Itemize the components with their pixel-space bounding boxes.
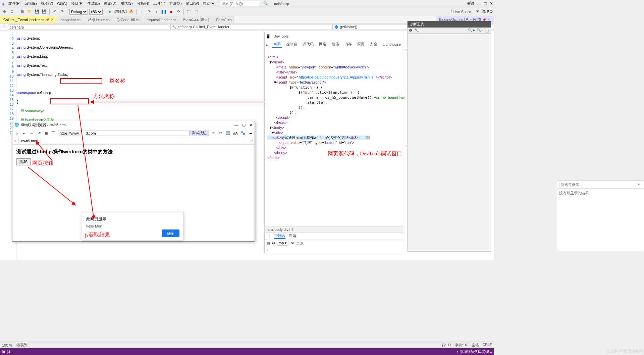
- step-out-icon[interactable]: ↑: [153, 9, 159, 15]
- menu-git[interactable]: Git(G): [55, 2, 69, 6]
- step-over-icon[interactable]: ↷: [146, 9, 152, 15]
- save-icon[interactable]: 💾: [34, 9, 40, 15]
- restart-icon[interactable]: ⟳: [175, 9, 181, 15]
- console-prompt[interactable]: ›: [265, 246, 405, 253]
- devtab-perf[interactable]: 性能: [330, 41, 340, 47]
- tab-qrcodeutil[interactable]: QrCodeUtil.cs: [113, 16, 143, 23]
- menu-edit[interactable]: 编辑(E): [22, 1, 39, 6]
- tab-form1[interactable]: Form1.cs: [213, 16, 235, 23]
- devtab-lighthouse[interactable]: Lighthouse: [381, 42, 402, 47]
- console-filter[interactable]: [296, 241, 403, 245]
- save-all-icon[interactable]: 💾: [41, 9, 47, 15]
- tb-misc-icon[interactable]: ⬚: [186, 9, 192, 15]
- dom-breadcrumb[interactable]: html body div h3: [265, 226, 405, 232]
- zoomin-icon[interactable]: 🔍+: [468, 28, 475, 33]
- menu-file[interactable]: 文件(F): [6, 1, 22, 6]
- star-icon[interactable]: ☆: [210, 131, 216, 135]
- zoomout-icon[interactable]: 🔍-: [477, 28, 483, 33]
- platform-select[interactable]: x86: [89, 9, 103, 15]
- browser-min-icon[interactable]: —: [234, 123, 238, 127]
- repo-filter-input[interactable]: [559, 182, 636, 187]
- tab-cshtml-eventhandler[interactable]: CsHtml_EventHandler.cs 📌✕: [0, 16, 57, 23]
- new-project-icon[interactable]: ▦: [19, 9, 25, 15]
- nav-fwd-icon[interactable]: ⊙: [9, 9, 15, 15]
- more-icon[interactable]: ⋯: [638, 183, 642, 187]
- fullscreen-icon[interactable]: ⤢: [250, 139, 253, 143]
- reload-icon[interactable]: ⟳: [36, 131, 42, 135]
- login-link[interactable]: 登录: [467, 1, 475, 6]
- tab-x5zjhelper[interactable]: x5zjHelper.cs: [84, 16, 113, 23]
- hot-reload-icon[interactable]: 🔥: [128, 9, 134, 15]
- tab-snapshot[interactable]: snapshot.cs: [57, 16, 84, 23]
- menu-analyze[interactable]: 分析(N): [135, 1, 151, 6]
- font-icon[interactable]: aA: [232, 131, 238, 135]
- dom-tree[interactable]: <html> ▼<head> <meta name="viewport" con…: [265, 48, 405, 226]
- devtab-security[interactable]: 安全: [369, 41, 379, 47]
- menu-test[interactable]: 测试(S): [118, 1, 135, 6]
- cloud-icon[interactable]: ☁: [247, 131, 253, 135]
- eye-icon[interactable]: 👁: [290, 241, 294, 245]
- pause-icon[interactable]: ❚❚: [161, 9, 167, 15]
- test-button[interactable]: 测试按钮: [190, 130, 209, 136]
- browser-close-icon[interactable]: ✕: [250, 123, 253, 127]
- liveshare-button[interactable]: ⤴ Live Share: [448, 10, 473, 14]
- window-maximize-icon[interactable]: ▢: [484, 1, 487, 6]
- pin-icon[interactable]: 📌: [46, 18, 49, 21]
- js-button[interactable]: 跳JS: [16, 158, 31, 165]
- devtab-network[interactable]: 网络: [318, 41, 328, 47]
- chart-icon[interactable]: 📊: [485, 28, 489, 33]
- tab-form1-design[interactable]: Form1.cs [设计]: [180, 16, 213, 23]
- cut-icon[interactable]: ✂: [218, 131, 224, 135]
- grid-icon[interactable]: ▦: [43, 131, 49, 135]
- menu-debug[interactable]: 调试(D): [102, 1, 118, 6]
- devtab-app[interactable]: 应用: [356, 41, 366, 47]
- back-icon[interactable]: ←: [21, 131, 27, 135]
- config-select[interactable]: Debug: [69, 9, 88, 15]
- alert-ok-button[interactable]: 确定: [162, 230, 179, 237]
- menu-help[interactable]: 帮助(H): [201, 1, 217, 6]
- undo-icon[interactable]: ↶: [52, 9, 58, 15]
- home-icon[interactable]: ⌂: [14, 131, 20, 135]
- menu-window[interactable]: 窗口(W): [184, 1, 201, 6]
- nav-class[interactable]: 🔧 cefsharp.CsHtml_EventHandler: [170, 24, 331, 30]
- search-icon[interactable]: 🔍: [261, 1, 270, 6]
- step-icon[interactable]: ↓: [139, 9, 145, 15]
- inspect-icon[interactable]: ⬚: [266, 42, 269, 46]
- devtab-elements[interactable]: 元素: [272, 41, 282, 48]
- nav-back-icon[interactable]: ⊙: [1, 9, 7, 15]
- close-icon[interactable]: ✕: [51, 17, 54, 22]
- run-label[interactable]: 继续(C): [114, 9, 127, 14]
- devtab-console[interactable]: 控制台: [285, 41, 299, 47]
- list-icon[interactable]: ☰: [51, 131, 57, 135]
- menu-tools[interactable]: 工具(T): [151, 1, 167, 6]
- tb-misc2-icon[interactable]: ⬚: [193, 9, 199, 15]
- drawer-issues[interactable]: 问题: [289, 233, 296, 239]
- tab-requesthandler[interactable]: requestHandler.cs: [143, 16, 180, 23]
- menu-ext[interactable]: 扩展(X): [167, 1, 184, 6]
- devtab-memory[interactable]: 内存: [343, 41, 353, 47]
- fwd-icon[interactable]: →: [29, 131, 35, 135]
- menu-search[interactable]: [220, 1, 260, 6]
- console-sidebar-icon[interactable]: ▤: [267, 241, 270, 245]
- zoom-level[interactable]: 100 %: [2, 343, 12, 347]
- home-tab-icon[interactable]: ⌂: [14, 139, 16, 143]
- drawer-console[interactable]: 控制台: [274, 233, 285, 239]
- feedback-icon[interactable]: ✉: [474, 9, 480, 15]
- tool-icon[interactable]: 🔧: [414, 28, 419, 33]
- error-list[interactable]: 错误列...: [16, 343, 31, 348]
- window-close-icon[interactable]: ✕: [490, 1, 493, 6]
- source-control-add[interactable]: ↑ 添加到源代码管理 ▴: [457, 349, 492, 354]
- address-bar[interactable]: [58, 131, 188, 136]
- context-select[interactable]: top ▾: [277, 241, 288, 246]
- menu-view[interactable]: 视图(V): [39, 1, 55, 6]
- paw-icon[interactable]: 🐾: [240, 131, 246, 135]
- browser-max-icon[interactable]: ▢: [242, 123, 246, 127]
- menu-project[interactable]: 项目(P): [69, 1, 86, 6]
- redo-icon[interactable]: ↷: [59, 9, 65, 15]
- run-icon[interactable]: ▶: [107, 9, 113, 15]
- stop-icon[interactable]: ■: [168, 9, 174, 15]
- clear-icon[interactable]: ⊘: [272, 241, 275, 245]
- window-minimize-icon[interactable]: —: [477, 2, 481, 6]
- open-icon[interactable]: 📁: [26, 9, 33, 15]
- gear-icon[interactable]: ⚙: [409, 28, 412, 33]
